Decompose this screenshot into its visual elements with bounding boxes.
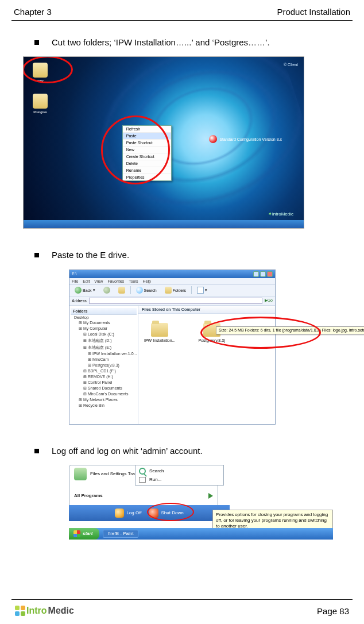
context-menu[interactable]: Refresh Paste Paste Shortcut New Create … bbox=[122, 125, 172, 181]
views-button[interactable]: ▾ bbox=[194, 286, 210, 295]
search-icon bbox=[139, 468, 146, 475]
tree-node[interactable]: ⊞ BDPL_CD1 (F:) bbox=[71, 368, 137, 374]
tree-node[interactable]: ⊞ Recycle Bin bbox=[71, 403, 137, 409]
logoff-icon bbox=[115, 509, 124, 518]
desktop-corner-text: © Client bbox=[284, 63, 298, 67]
address-input[interactable] bbox=[89, 298, 262, 304]
figure-logoff-screenshot: Files and Settings Transfer Wizard All P… bbox=[69, 465, 333, 540]
folder-icon bbox=[151, 323, 168, 337]
menu-help[interactable]: Help bbox=[143, 279, 151, 283]
triangle-right-icon bbox=[208, 493, 213, 499]
folder-tree[interactable]: Folders Desktop⊞ My Documents⊞ My Comput… bbox=[69, 306, 138, 424]
taskbar[interactable] bbox=[24, 220, 304, 228]
explorer-toolbar: Back▾ Search Folders ▾ bbox=[69, 285, 275, 296]
wizard-icon bbox=[74, 468, 87, 480]
tree-node[interactable]: ⊞ REMOVE (H:) bbox=[71, 374, 137, 380]
menu-item[interactable]: Rename bbox=[123, 167, 171, 174]
tree-node[interactable]: ⊞ 本地磁盘 (D:) bbox=[71, 337, 137, 344]
taskbar-item[interactable]: firefE - Paint bbox=[103, 530, 138, 538]
tree-node[interactable]: ⊞ My Documents bbox=[71, 320, 137, 326]
desktop-folder-ipw[interactable]: IPW bbox=[30, 63, 50, 86]
window-titlebar[interactable]: E:\ bbox=[69, 270, 275, 278]
search-item[interactable]: Search bbox=[139, 468, 220, 475]
header-section: Product Installation bbox=[277, 7, 350, 17]
bullet-2-text: Paste to the E drive. bbox=[52, 249, 129, 261]
menu-item[interactable]: Delete bbox=[123, 160, 171, 167]
maximize-button[interactable] bbox=[260, 271, 266, 277]
footer-logo: IntroMedic bbox=[15, 606, 74, 616]
menu-edit[interactable]: Edit bbox=[83, 279, 90, 283]
menu-item[interactable]: Create Shortcut bbox=[123, 153, 171, 160]
search-button[interactable]: Search bbox=[133, 286, 160, 295]
tree-node[interactable]: ⊞ My Network Places bbox=[71, 397, 137, 403]
menu-favorites[interactable]: Favorites bbox=[107, 279, 124, 283]
folder-label: IPW Installation... bbox=[144, 338, 175, 342]
menu-item[interactable]: Paste bbox=[123, 133, 171, 140]
bullet-1-text: Cut two folders; ‘IPW Installation…...’ … bbox=[52, 37, 270, 48]
tree-node[interactable]: ⊞ Postgres(v.8.3) bbox=[71, 363, 137, 368]
up-button[interactable] bbox=[115, 286, 128, 295]
tree-node[interactable]: ⊞ Control Panel bbox=[71, 380, 137, 386]
logo-petals-icon bbox=[15, 606, 25, 616]
start-button[interactable]: start bbox=[69, 528, 99, 540]
folders-button[interactable]: Folders bbox=[162, 286, 189, 295]
pane-header: Files Stored on This Computer bbox=[138, 306, 275, 314]
folder-ipw[interactable]: IPW Installation... bbox=[144, 323, 175, 342]
logoff-button[interactable]: Log Off bbox=[115, 509, 141, 518]
tree-header: Folders bbox=[71, 308, 137, 315]
tree-node[interactable]: ⊞ MiroCam's Documents bbox=[71, 391, 137, 397]
start-right-column: Search Run... bbox=[135, 465, 224, 486]
run-icon bbox=[139, 477, 146, 483]
page-number: Page 83 bbox=[317, 606, 349, 616]
tree-node[interactable]: ⊞ IPW Installation ver.1.0... bbox=[71, 351, 137, 357]
bullet-square-icon bbox=[34, 40, 39, 45]
highlight-ring-icon bbox=[200, 317, 321, 349]
window-title: E:\ bbox=[72, 272, 77, 276]
bullet-square-icon bbox=[34, 449, 39, 453]
desktop-folder-postgres[interactable]: Postgres bbox=[30, 94, 50, 117]
go-button[interactable]: ▶Go bbox=[265, 298, 273, 303]
figure-desktop-screenshot: © Client IPW Postgres Standard Configura… bbox=[23, 56, 304, 229]
windows-flag-icon bbox=[73, 530, 80, 537]
header-rule bbox=[11, 20, 353, 21]
tree-node[interactable]: ⊞ My Computer bbox=[71, 326, 137, 332]
address-label: Address bbox=[72, 299, 87, 303]
wallpaper-brand: ✦IntroMedic bbox=[268, 211, 293, 217]
menu-item[interactable]: New bbox=[123, 147, 171, 153]
close-button[interactable] bbox=[267, 271, 273, 277]
taskbar[interactable]: start firefE - Paint bbox=[69, 528, 333, 540]
menu-item[interactable]: Properties bbox=[123, 174, 171, 180]
all-programs-button[interactable]: All Programs bbox=[74, 493, 213, 499]
menu-view[interactable]: View bbox=[94, 279, 103, 283]
menu-file[interactable]: File bbox=[72, 279, 78, 283]
highlight-ring-icon bbox=[147, 503, 194, 521]
menu-item[interactable]: Refresh bbox=[123, 126, 171, 133]
run-item[interactable]: Run... bbox=[139, 477, 220, 483]
forward-button[interactable] bbox=[100, 286, 113, 295]
tree-node[interactable]: ⊞ Local Disk (C:) bbox=[71, 332, 137, 337]
bullet-square-icon bbox=[34, 253, 39, 257]
menu-item[interactable]: Paste Shortcut bbox=[123, 140, 171, 147]
tree-node[interactable]: Desktop bbox=[71, 315, 137, 320]
explorer-menubar[interactable]: File Edit View Favorites Tools Help bbox=[69, 278, 275, 285]
menu-tools[interactable]: Tools bbox=[129, 279, 138, 283]
minimize-button[interactable] bbox=[253, 271, 259, 277]
explorer-content-pane[interactable]: IPW Installation... Postgres(v.8.3) Size… bbox=[138, 314, 275, 424]
header-chapter: Chapter 3 bbox=[14, 7, 52, 17]
desktop-center-badge: Standard Configuration Version 8.x bbox=[209, 135, 282, 143]
back-button[interactable]: Back▾ bbox=[72, 286, 98, 295]
bullet-3-text: Log off and log on whit ‘admin’ account. bbox=[52, 445, 203, 457]
tree-node[interactable]: ⊞ Shared Documents bbox=[71, 386, 137, 391]
tree-node[interactable]: ⊞ 本地磁盘 (E:) bbox=[71, 344, 137, 351]
tree-node[interactable]: ⊞ MiroCam bbox=[71, 357, 137, 363]
figure-explorer-screenshot: E:\ File Edit View Favorites Tools Help bbox=[69, 269, 276, 425]
